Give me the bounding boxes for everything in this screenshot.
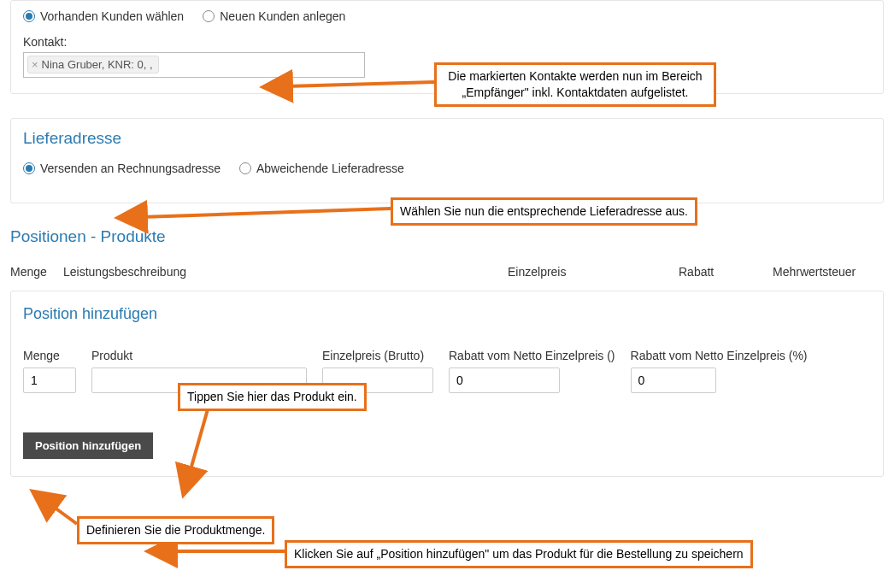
radio-existing-customer[interactable]: Vorhanden Kunden wählen: [23, 9, 184, 23]
add-position-button[interactable]: Position hinzufügen: [23, 432, 153, 459]
radio-new-input[interactable]: [203, 10, 215, 22]
panel-lieferadresse: Lieferadresse Versenden an Rechnungsadre…: [10, 118, 884, 203]
radio-other-address[interactable]: Abweichende Lieferadresse: [239, 162, 404, 175]
col-header-desc: Leistungsbeschreibung: [63, 265, 508, 279]
add-position-form-row: Menge Produkt Einzelpreis (Brutto) Rabat…: [23, 349, 871, 393]
svg-line-3: [51, 505, 77, 524]
label-produkt: Produkt: [91, 349, 307, 362]
col-header-rabatt: Rabatt: [679, 265, 773, 279]
positionen-title: Positionen - Produkte: [10, 227, 884, 246]
kontakt-tag[interactable]: × Nina Gruber, KNR: 0, ,: [27, 56, 159, 74]
kontakt-tag-text: Nina Gruber, KNR: 0, ,: [42, 58, 153, 71]
radio-billing-input[interactable]: [23, 162, 35, 174]
add-position-title: Position hinzufügen: [23, 305, 871, 323]
callout-kontakt: Die markierten Kontakte werden nun im Be…: [434, 62, 716, 107]
liefer-title: Lieferadresse: [23, 129, 871, 148]
kontakt-input[interactable]: × Nina Gruber, KNR: 0, ,: [23, 52, 365, 78]
radio-billing-label: Versenden an Rechnungsadresse: [40, 162, 221, 175]
radio-existing-input[interactable]: [23, 10, 35, 22]
radio-other-input[interactable]: [239, 162, 251, 174]
label-rabatt-abs: Rabatt vom Netto Einzelpreis (): [449, 349, 615, 362]
input-rabatt-abs[interactable]: [449, 368, 560, 393]
label-rabatt-pct: Rabatt vom Netto Einzelpreis (%): [631, 349, 808, 362]
col-header-price: Einzelpreis: [508, 265, 679, 279]
col-header-vat: Mehrwertsteuer: [773, 265, 884, 279]
radio-existing-label: Vorhanden Kunden wählen: [40, 9, 184, 23]
field-menge: Menge: [23, 349, 76, 393]
callout-menge: Definieren Sie die Produktmenge.: [77, 516, 274, 544]
callout-liefer: Wählen Sie nun die entsprechende Liefera…: [391, 197, 697, 226]
close-icon[interactable]: ×: [32, 58, 38, 71]
positionen-header-row: Menge Leistungsbeschreibung Einzelpreis …: [10, 265, 884, 279]
panel-positionen: Positionen - Produkte Menge Leistungsbes…: [10, 227, 884, 477]
radio-other-label: Abweichende Lieferadresse: [256, 162, 404, 175]
field-rabatt-pct: Rabatt vom Netto Einzelpreis (%): [631, 349, 808, 393]
callout-button: Klicken Sie auf „Position hinzufügen" um…: [285, 540, 753, 568]
radio-billing-address[interactable]: Versenden an Rechnungsadresse: [23, 162, 221, 175]
field-rabatt-abs: Rabatt vom Netto Einzelpreis (): [449, 349, 615, 393]
input-rabatt-pct[interactable]: [631, 368, 716, 393]
callout-produkt: Tippen Sie hier das Produkt ein.: [178, 383, 367, 411]
svg-line-1: [141, 209, 391, 217]
kontakt-label: Kontakt:: [23, 35, 871, 49]
liefer-radios: Versenden an Rechnungsadresse Abweichend…: [23, 162, 871, 175]
input-menge[interactable]: [23, 368, 76, 393]
label-einzelpreis: Einzelpreis (Brutto): [322, 349, 433, 362]
radio-new-customer[interactable]: Neuen Kunden anlegen: [203, 9, 345, 23]
customer-type-radios: Vorhanden Kunden wählen Neuen Kunden anl…: [23, 9, 871, 23]
add-position-box: Position hinzufügen Menge Produkt Einzel…: [10, 291, 884, 477]
col-header-menge: Menge: [10, 265, 63, 279]
label-menge: Menge: [23, 349, 76, 362]
radio-new-label: Neuen Kunden anlegen: [220, 9, 345, 23]
